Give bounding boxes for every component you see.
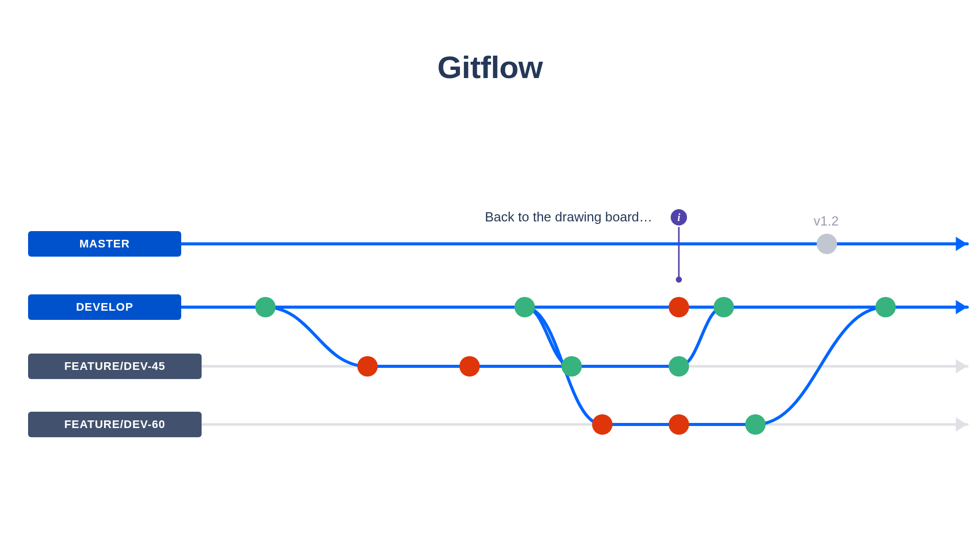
svg-marker-1 <box>956 237 967 251</box>
version-tag-text: v1.2 <box>814 213 839 229</box>
revert-note-text: Back to the drawing board… <box>485 209 652 225</box>
info-icon: i <box>671 209 687 226</box>
branch-label-feature-60: FEATURE/DEV-60 <box>28 412 202 437</box>
svg-point-22 <box>561 356 582 377</box>
svg-point-17 <box>669 297 689 317</box>
svg-point-24 <box>592 414 612 435</box>
svg-point-19 <box>875 297 896 317</box>
branch-label-develop: DEVELOP <box>28 294 181 320</box>
gitflow-diagram: MASTER DEVELOP FEATURE/DEV-45 FEATURE/DE… <box>0 0 980 551</box>
diagram-svg <box>0 0 980 551</box>
svg-marker-7 <box>956 417 967 432</box>
branch-label-master: MASTER <box>28 231 181 257</box>
svg-point-20 <box>357 356 378 377</box>
svg-marker-3 <box>956 300 967 314</box>
svg-point-23 <box>669 356 689 377</box>
svg-point-15 <box>255 297 276 317</box>
svg-point-18 <box>714 297 734 317</box>
svg-point-27 <box>817 234 837 254</box>
svg-point-25 <box>669 414 689 435</box>
svg-point-16 <box>514 297 535 317</box>
branch-label-feature-45: FEATURE/DEV-45 <box>28 354 202 379</box>
svg-point-26 <box>745 414 766 435</box>
svg-point-14 <box>676 277 682 283</box>
svg-point-21 <box>459 356 480 377</box>
svg-marker-5 <box>956 359 967 373</box>
